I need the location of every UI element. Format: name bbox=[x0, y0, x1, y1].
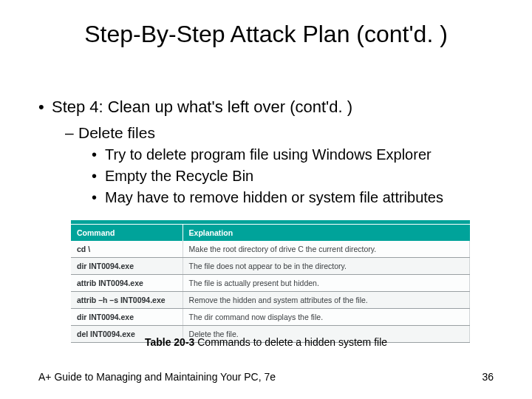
cmd-cell: attrib –h –s INT0094.exe bbox=[71, 292, 183, 309]
sub-text: Delete files bbox=[78, 124, 155, 141]
cmd-cell: dir INT0094.exe bbox=[71, 309, 183, 326]
page-number: 36 bbox=[482, 371, 494, 383]
exp-cell: Remove the hidden and system attributes … bbox=[183, 292, 469, 309]
exp-cell: The file is actually present but hidden. bbox=[183, 275, 469, 292]
bullet-level-2: –Delete files bbox=[65, 123, 497, 143]
table-row: attrib –h –s INT0094.exe Remove the hidd… bbox=[71, 292, 470, 309]
exp-cell: The file does not appear to be in the di… bbox=[183, 258, 469, 275]
step-text: Step 4: Clean up what's left over (cont'… bbox=[52, 98, 352, 116]
cmd-cell: dir INT0094.exe bbox=[71, 258, 183, 275]
item-1: Empty the Recycle Bin bbox=[105, 168, 253, 184]
command-table: Command Explanation cd \ Make the root d… bbox=[71, 225, 470, 343]
item-0: Try to delete program file using Windows… bbox=[105, 146, 432, 163]
bullet-dot-small: • bbox=[92, 166, 105, 186]
bullet-dot-small: • bbox=[92, 188, 105, 208]
command-table-wrap: Command Explanation cd \ Make the root d… bbox=[71, 220, 470, 343]
footer-source: A+ Guide to Managing and Maintaining You… bbox=[38, 371, 276, 383]
bullet-dot-small: • bbox=[92, 145, 105, 165]
bullet-dash: – bbox=[65, 123, 78, 143]
exp-cell: The dir command now displays the file. bbox=[183, 309, 469, 326]
th-explanation: Explanation bbox=[183, 225, 469, 241]
bullet-level-3: •Try to delete program file using Window… bbox=[92, 145, 497, 165]
slide: Step-By-Step Attack Plan (cont'd. ) •Ste… bbox=[0, 0, 532, 399]
th-command: Command bbox=[71, 225, 183, 241]
bullet-level-3: •Empty the Recycle Bin bbox=[92, 166, 497, 186]
item-2: May have to remove hidden or system file… bbox=[105, 189, 443, 205]
bullet-block: •Step 4: Clean up what's left over (cont… bbox=[38, 96, 497, 209]
table-row: dir INT0094.exe The dir command now disp… bbox=[71, 309, 470, 326]
table-row: dir INT0094.exe The file does not appear… bbox=[71, 258, 470, 275]
table-row: cd \ Make the root directory of drive C … bbox=[71, 241, 470, 258]
table-row: attrib INT0094.exe The file is actually … bbox=[71, 275, 470, 292]
exp-cell: Make the root directory of drive C the c… bbox=[183, 241, 469, 258]
caption-label: Table 20-3 bbox=[145, 336, 194, 348]
bullet-dot: • bbox=[38, 96, 52, 118]
bullet-level-1: •Step 4: Clean up what's left over (cont… bbox=[38, 96, 497, 118]
bullet-level-3: •May have to remove hidden or system fil… bbox=[92, 188, 497, 208]
table-caption: Table 20-3 Commands to delete a hidden s… bbox=[0, 336, 532, 348]
cmd-cell: attrib INT0094.exe bbox=[71, 275, 183, 292]
slide-title: Step-By-Step Attack Plan (cont'd. ) bbox=[0, 21, 532, 48]
caption-text: Commands to delete a hidden system file bbox=[194, 336, 387, 348]
cmd-cell: cd \ bbox=[71, 241, 183, 258]
table-header-row: Command Explanation bbox=[71, 225, 470, 241]
